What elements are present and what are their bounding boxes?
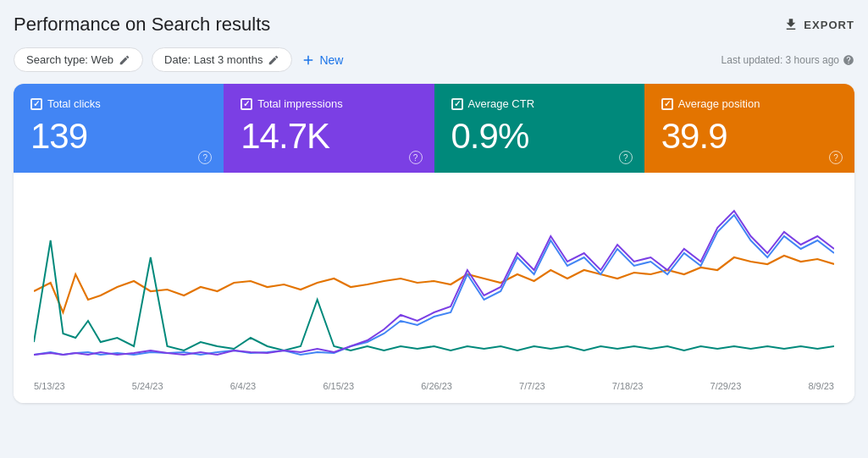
- x-label-3: 6/15/23: [323, 381, 354, 391]
- total-impressions-checkbox[interactable]: [240, 98, 252, 110]
- export-button[interactable]: EXPORT: [783, 17, 854, 32]
- total-impressions-label: Total impressions: [257, 97, 342, 110]
- total-impressions-value: 14.7K: [240, 117, 417, 156]
- plus-icon: [301, 52, 316, 68]
- total-clicks-checkbox[interactable]: [30, 98, 42, 110]
- search-type-filter[interactable]: Search type: Web: [14, 47, 143, 72]
- x-axis-labels: 5/13/23 5/24/23 6/4/23 6/15/23 6/26/23 7…: [34, 376, 834, 395]
- edit-icon: [268, 54, 279, 66]
- average-position-tile[interactable]: Average position 39.9 ?: [644, 84, 854, 173]
- average-position-checkbox[interactable]: [661, 98, 673, 110]
- average-ctr-help[interactable]: ?: [619, 151, 633, 164]
- x-label-4: 6/26/23: [421, 381, 452, 391]
- total-clicks-tile[interactable]: Total clicks 139 ?: [14, 84, 224, 173]
- chart-area: 5/13/23 5/24/23 6/4/23 6/15/23 6/26/23 7…: [14, 173, 854, 403]
- x-label-8: 8/9/23: [808, 381, 834, 391]
- x-label-0: 5/13/23: [34, 381, 65, 391]
- x-label-1: 5/24/23: [132, 381, 163, 391]
- metrics-row: Total clicks 139 ? Total impressions 14.…: [14, 84, 854, 173]
- ctr-line: [34, 240, 834, 350]
- average-ctr-tile[interactable]: Average CTR 0.9% ?: [434, 84, 644, 173]
- average-ctr-checkbox[interactable]: [451, 98, 463, 110]
- last-updated-label: Last updated: 3 hours ago: [721, 54, 854, 66]
- total-clicks-value: 139: [30, 117, 207, 156]
- x-label-7: 7/29/23: [710, 381, 742, 391]
- average-position-value: 39.9: [661, 117, 838, 156]
- total-impressions-help[interactable]: ?: [409, 151, 423, 164]
- position-line: [34, 256, 834, 312]
- new-filter-button[interactable]: New: [301, 52, 343, 68]
- edit-icon: [119, 54, 130, 66]
- filter-bar: Search type: Web Date: Last 3 months New…: [14, 47, 854, 72]
- average-ctr-value: 0.9%: [451, 117, 628, 156]
- page-header: Performance on Search results EXPORT: [14, 14, 854, 36]
- average-position-help[interactable]: ?: [829, 151, 843, 164]
- x-label-2: 6/4/23: [230, 381, 257, 391]
- download-icon: [783, 17, 799, 32]
- average-position-label: Average position: [678, 97, 760, 110]
- x-label-6: 7/18/23: [612, 381, 644, 391]
- total-clicks-label: Total clicks: [47, 97, 101, 110]
- impressions-line: [34, 211, 834, 355]
- chart-container: [34, 190, 834, 376]
- help-icon: [843, 54, 854, 66]
- total-clicks-help[interactable]: ?: [198, 151, 212, 164]
- main-card: Total clicks 139 ? Total impressions 14.…: [14, 84, 854, 403]
- performance-chart: [34, 190, 834, 376]
- x-label-5: 7/7/23: [519, 381, 545, 391]
- page-title: Performance on Search results: [14, 14, 270, 36]
- total-impressions-tile[interactable]: Total impressions 14.7K ?: [224, 84, 434, 173]
- date-filter[interactable]: Date: Last 3 months: [152, 47, 292, 72]
- average-ctr-label: Average CTR: [468, 97, 535, 110]
